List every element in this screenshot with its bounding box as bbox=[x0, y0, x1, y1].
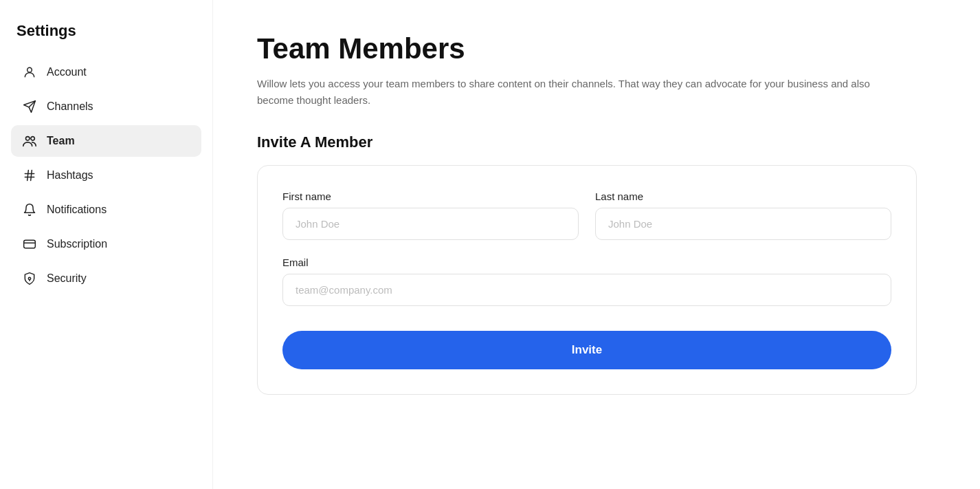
email-input[interactable] bbox=[282, 274, 891, 306]
first-name-label: First name bbox=[282, 191, 579, 202]
svg-point-3 bbox=[26, 137, 30, 141]
svg-rect-9 bbox=[24, 240, 36, 248]
sidebar-item-channels[interactable]: Channels bbox=[11, 91, 201, 122]
last-name-group: Last name bbox=[595, 191, 891, 240]
people-icon bbox=[22, 133, 37, 149]
section-title: Invite A Member bbox=[257, 133, 936, 151]
sidebar-item-subscription[interactable]: Subscription bbox=[11, 228, 201, 260]
email-group: Email bbox=[282, 257, 891, 306]
svg-line-8 bbox=[31, 171, 32, 181]
sidebar-item-hashtags[interactable]: Hashtags bbox=[11, 160, 201, 191]
sidebar-item-account-label: Account bbox=[47, 66, 87, 78]
svg-point-0 bbox=[27, 67, 32, 72]
sidebar-item-account[interactable]: Account bbox=[11, 56, 201, 88]
sidebar-item-subscription-label: Subscription bbox=[47, 238, 107, 250]
sidebar-item-notifications-label: Notifications bbox=[47, 204, 107, 216]
card-icon bbox=[22, 237, 37, 252]
svg-point-4 bbox=[31, 137, 35, 141]
sidebar: Settings Account Channels bbox=[0, 0, 213, 489]
person-icon bbox=[22, 65, 37, 80]
send-icon bbox=[22, 99, 37, 114]
first-name-group: First name bbox=[282, 191, 579, 240]
sidebar-item-hashtags-label: Hashtags bbox=[47, 169, 93, 182]
last-name-input[interactable] bbox=[595, 208, 891, 240]
sidebar-item-notifications[interactable]: Notifications bbox=[11, 194, 201, 226]
sidebar-title: Settings bbox=[11, 22, 201, 40]
name-row: First name Last name bbox=[282, 191, 891, 240]
page-description: Willow lets you access your team members… bbox=[257, 76, 876, 109]
invite-form-card: First name Last name Email Invite bbox=[257, 165, 917, 395]
sidebar-item-channels-label: Channels bbox=[47, 100, 93, 113]
sidebar-item-security[interactable]: Security bbox=[11, 263, 201, 294]
sidebar-item-security-label: Security bbox=[47, 272, 87, 285]
invite-button[interactable]: Invite bbox=[282, 331, 891, 369]
page-title: Team Members bbox=[257, 33, 936, 65]
bell-icon bbox=[22, 202, 37, 217]
shield-icon bbox=[22, 271, 37, 286]
sidebar-item-team-label: Team bbox=[47, 135, 75, 147]
email-label: Email bbox=[282, 257, 891, 268]
first-name-input[interactable] bbox=[282, 208, 579, 240]
hash-icon bbox=[22, 168, 37, 183]
svg-line-7 bbox=[27, 171, 29, 181]
main-content: Team Members Willow lets you access your… bbox=[213, 0, 980, 489]
sidebar-item-team[interactable]: Team bbox=[11, 125, 201, 157]
last-name-label: Last name bbox=[595, 191, 891, 202]
